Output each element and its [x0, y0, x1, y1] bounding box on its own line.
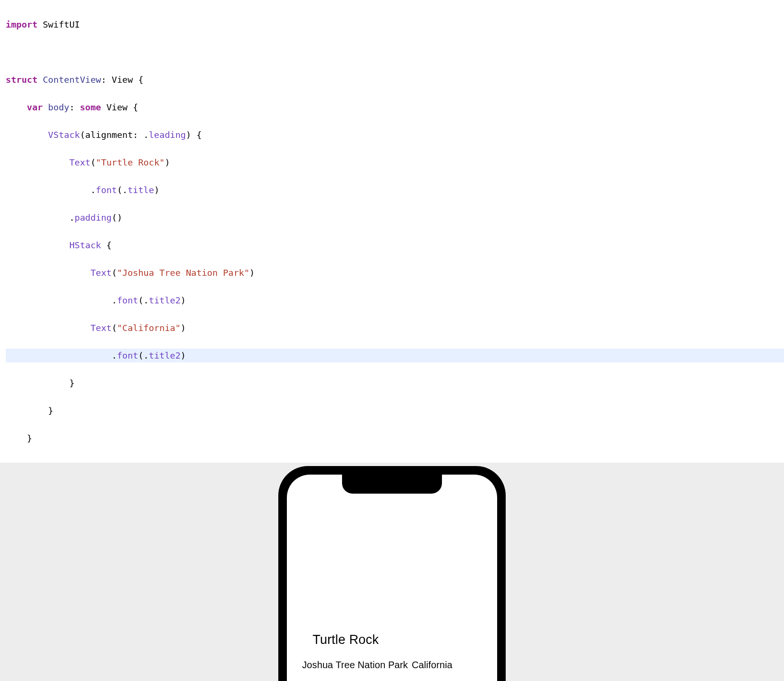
type-name: ContentView: [38, 75, 101, 85]
code-line: Text("California"): [6, 321, 784, 335]
type-vstack: VStack: [6, 130, 80, 140]
paren: (.: [117, 185, 127, 195]
preview-canvas[interactable]: Turtle Rock Joshua Tree Nation Park Cali…: [0, 463, 784, 681]
code-line: .font(.title2): [6, 293, 784, 307]
paren: (: [90, 157, 96, 167]
method-font: font: [117, 350, 138, 360]
string-literal: "Joshua Tree Nation Park": [117, 268, 249, 278]
type-hstack: HStack: [6, 240, 101, 250]
enum-title: title: [127, 185, 154, 195]
type-text: Text: [6, 323, 112, 333]
close-brace: }: [6, 378, 75, 388]
iphone-frame: Turtle Rock Joshua Tree Nation Park Cali…: [278, 466, 506, 681]
close-brace: }: [6, 433, 32, 443]
property-name: body: [43, 102, 69, 112]
code-line: .padding(): [6, 211, 784, 224]
enum-title2: title2: [149, 295, 181, 305]
paren: ): [165, 157, 170, 167]
paren: (.: [138, 295, 148, 305]
code-text: .: [6, 213, 75, 223]
code-line: }: [6, 376, 784, 390]
code-line: }: [6, 431, 784, 445]
module-name: SwiftUI: [38, 19, 80, 29]
close-brace: }: [6, 406, 53, 416]
paren: (: [112, 323, 117, 333]
paren: ): [249, 268, 255, 278]
type-text: Text: [6, 268, 112, 278]
code-line: }: [6, 404, 784, 418]
type-text: Text: [6, 157, 90, 167]
paren: ): [181, 323, 186, 333]
string-literal: "Turtle Rock": [96, 157, 165, 167]
code-line: import SwiftUI: [6, 18, 784, 31]
paren: (: [112, 268, 117, 278]
code-text: :: [69, 102, 80, 112]
method-font: font: [117, 295, 138, 305]
code-line: HStack {: [6, 238, 784, 252]
paren: (.: [138, 350, 148, 360]
code-line: VStack(alignment: .leading) {: [6, 128, 784, 142]
code-text: {: [101, 240, 111, 250]
code-line: var body: some View {: [6, 100, 784, 114]
enum-leading: leading: [149, 130, 186, 140]
subtitle-label-2: California: [412, 660, 452, 671]
code-editor[interactable]: import SwiftUI struct ContentView: View …: [0, 0, 784, 463]
method-padding: padding: [75, 213, 112, 223]
vstack-preview: Turtle Rock Joshua Tree Nation Park Cali…: [302, 632, 452, 671]
code-line: .font(.title): [6, 183, 784, 197]
hstack-preview: Joshua Tree Nation Park California: [302, 660, 452, 671]
keyword-var: var: [6, 102, 43, 112]
code-text: (alignment: .: [80, 130, 149, 140]
paren: ): [154, 185, 159, 195]
keyword-struct: struct: [6, 75, 38, 85]
code-text: ) {: [186, 130, 202, 140]
subtitle-label-1: Joshua Tree Nation Park: [302, 660, 408, 671]
preview-content: Turtle Rock Joshua Tree Nation Park Cali…: [287, 475, 497, 681]
keyword-import: import: [6, 19, 38, 29]
title-label: Turtle Rock: [313, 632, 452, 647]
code-text: .: [6, 185, 96, 195]
highlighted-code-line: .font(.title2): [6, 349, 784, 362]
paren: ): [181, 295, 186, 305]
code-text: : View {: [101, 75, 143, 85]
code-line: struct ContentView: View {: [6, 73, 784, 87]
iphone-screen: Turtle Rock Joshua Tree Nation Park Cali…: [287, 475, 497, 681]
method-font: font: [96, 185, 117, 195]
code-text: View {: [101, 102, 138, 112]
enum-title2: title2: [149, 350, 181, 360]
keyword-some: some: [80, 102, 101, 112]
parens: (): [112, 213, 122, 223]
string-literal: "California": [117, 323, 181, 333]
code-text: .: [6, 295, 117, 305]
code-line: [6, 45, 784, 59]
code-line: Text("Turtle Rock"): [6, 156, 784, 169]
code-text: .: [6, 350, 117, 360]
code-line: Text("Joshua Tree Nation Park"): [6, 266, 784, 280]
paren: ): [181, 350, 186, 360]
